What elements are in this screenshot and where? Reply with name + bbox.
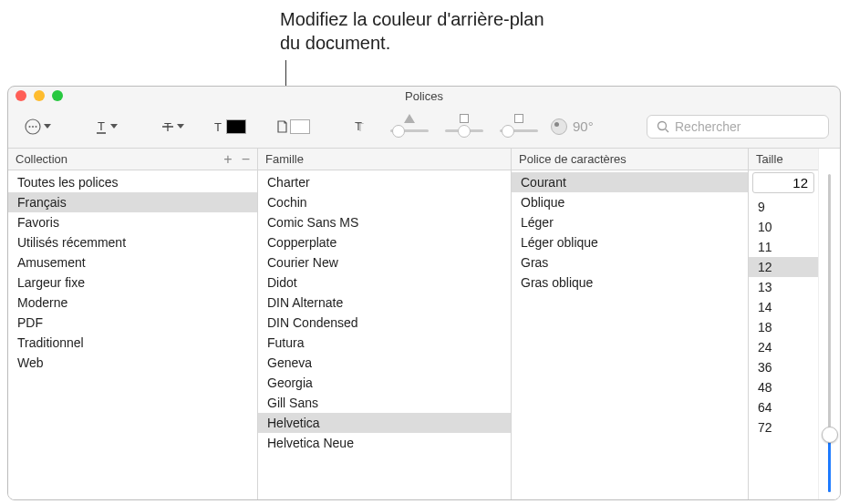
svg-line-12 [666, 129, 669, 132]
family-item[interactable]: Geneva [258, 353, 511, 373]
family-item[interactable]: Copperplate [258, 232, 511, 252]
family-column: Famille CharterCochinComic Sans MSCopper… [258, 149, 512, 499]
collection-item[interactable]: Traditionnel [8, 333, 257, 353]
background-color-swatch [290, 119, 310, 134]
fonts-window: Polices T T T TT [7, 86, 841, 500]
callout-text: Modifiez la couleur d'arrière-plan du do… [280, 7, 544, 55]
family-item[interactable]: Charter [258, 172, 511, 192]
text-color-button[interactable]: T [208, 116, 252, 138]
strikethrough-button[interactable]: T [156, 116, 190, 138]
collection-header-label: Collection [16, 152, 67, 166]
size-item[interactable]: 10 [749, 217, 818, 237]
size-item[interactable]: 36 [749, 357, 818, 377]
collection-item[interactable]: Largeur fixe [8, 273, 257, 293]
shadow-offset-slider[interactable] [500, 114, 538, 139]
typeface-header-label: Police de caractères [519, 152, 626, 166]
family-item[interactable]: Helvetica Neue [258, 433, 511, 453]
family-item[interactable]: Helvetica [258, 413, 511, 433]
family-item[interactable]: Gill Sans [258, 393, 511, 413]
close-button[interactable] [16, 90, 26, 101]
size-item[interactable]: 24 [749, 337, 818, 357]
typeface-item[interactable]: Léger oblique [512, 232, 748, 252]
svg-point-2 [32, 126, 34, 128]
callout-line2: du document. [280, 31, 544, 55]
svg-point-1 [29, 126, 31, 128]
svg-text:T: T [355, 119, 362, 133]
font-browser: Collection + − Toutes les policesFrançai… [8, 149, 840, 499]
collection-item[interactable]: Toutes les polices [8, 172, 257, 192]
typeface-column: Police de caractères CourantObliqueLéger… [512, 149, 749, 499]
collection-item[interactable]: Moderne [8, 293, 257, 313]
triangle-icon [404, 114, 415, 123]
shadow-sliders [390, 114, 538, 139]
collection-item[interactable]: Français [8, 192, 257, 212]
search-placeholder: Rechercher [675, 119, 740, 134]
shadow-angle-control[interactable]: 90° [551, 118, 594, 135]
document-background-color-button[interactable] [270, 116, 316, 138]
size-item[interactable]: 64 [749, 397, 818, 417]
shadow-blur-slider[interactable] [445, 114, 483, 139]
family-item[interactable]: Futura [258, 333, 511, 353]
family-item[interactable]: Courier New [258, 252, 511, 273]
window-title: Polices [405, 89, 443, 103]
remove-collection-button[interactable]: − [242, 151, 250, 168]
size-header: Taille [749, 149, 818, 170]
size-list[interactable]: 91011121314182436486472 [749, 197, 818, 499]
window-controls [16, 90, 63, 101]
square-icon [460, 114, 469, 123]
angle-dial-icon [551, 118, 567, 135]
svg-point-11 [658, 121, 667, 129]
underline-button[interactable]: T [89, 116, 123, 138]
collection-item[interactable]: Web [8, 353, 257, 373]
minimize-button[interactable] [34, 90, 45, 101]
typeface-item[interactable]: Léger [512, 212, 748, 232]
toolbar: T T T TT [8, 105, 840, 149]
size-item[interactable]: 9 [749, 197, 818, 217]
collection-item[interactable]: Utilisés récemment [8, 232, 257, 252]
family-item[interactable]: DIN Condensed [258, 313, 511, 333]
size-item[interactable]: 11 [749, 237, 818, 257]
typeface-item[interactable]: Courant [512, 172, 748, 192]
family-item[interactable]: Cochin [258, 192, 511, 212]
chevron-down-icon [110, 124, 118, 129]
collection-item[interactable]: PDF [8, 313, 257, 333]
add-collection-button[interactable]: + [223, 151, 232, 168]
family-list[interactable]: CharterCochinComic Sans MSCopperplateCou… [258, 170, 511, 499]
collection-item[interactable]: Amusement [8, 252, 257, 273]
size-item[interactable]: 12 [749, 257, 818, 277]
size-item[interactable]: 18 [749, 317, 818, 337]
size-slider[interactable] [818, 149, 840, 499]
titlebar: Polices [8, 87, 840, 105]
collection-item[interactable]: Favoris [8, 212, 257, 232]
size-header-label: Taille [756, 152, 783, 166]
text-color-swatch [226, 119, 246, 134]
more-actions-menu[interactable] [19, 115, 57, 139]
family-header: Famille [258, 149, 511, 170]
size-item[interactable]: 48 [749, 377, 818, 397]
typeface-item[interactable]: Oblique [512, 192, 748, 212]
family-item[interactable]: Comic Sans MS [258, 212, 511, 232]
svg-point-3 [36, 126, 37, 128]
angle-value: 90° [573, 118, 594, 134]
family-item[interactable]: Didot [258, 273, 511, 293]
zoom-button[interactable] [52, 90, 63, 101]
typeface-item[interactable]: Gras [512, 252, 748, 273]
shadow-opacity-slider[interactable] [390, 114, 429, 139]
typeface-list[interactable]: CourantObliqueLégerLéger obliqueGrasGras… [512, 170, 748, 499]
text-shadow-button[interactable]: TT [348, 116, 376, 138]
family-header-label: Famille [265, 152, 304, 166]
size-item[interactable]: 13 [749, 277, 818, 297]
search-icon [657, 120, 669, 133]
family-item[interactable]: DIN Alternate [258, 293, 511, 313]
square-icon [514, 114, 523, 123]
collection-list[interactable]: Toutes les policesFrançaisFavorisUtilisé… [8, 170, 257, 499]
search-input[interactable]: Rechercher [647, 115, 829, 139]
size-item[interactable]: 14 [749, 297, 818, 317]
collection-header: Collection + − [8, 149, 257, 170]
chevron-down-icon [177, 124, 184, 129]
typeface-item[interactable]: Gras oblique [512, 273, 748, 293]
callout-line1: Modifiez la couleur d'arrière-plan [280, 7, 544, 31]
family-item[interactable]: Georgia [258, 373, 511, 393]
size-item[interactable]: 72 [749, 417, 818, 437]
size-input[interactable] [752, 172, 814, 193]
